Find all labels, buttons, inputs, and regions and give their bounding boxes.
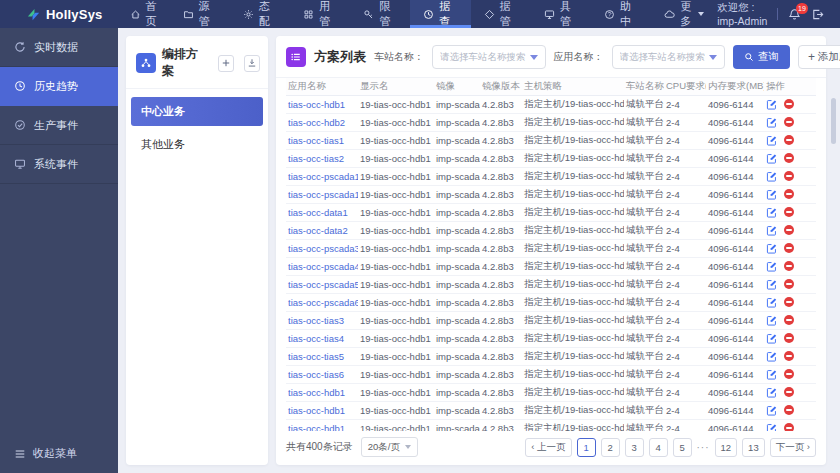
- app-name-link[interactable]: tias-occ-data2: [288, 225, 348, 236]
- edit-icon[interactable]: [766, 279, 777, 290]
- nav-item[interactable]: 应用管理: [290, 0, 350, 28]
- app-name-link[interactable]: tias-occ-tias5: [288, 351, 344, 362]
- disable-icon[interactable]: [784, 297, 794, 307]
- edit-icon[interactable]: [766, 99, 777, 110]
- disable-icon[interactable]: [784, 135, 794, 145]
- app-name-link[interactable]: tias-occ-pscada4: [288, 261, 358, 272]
- page-button[interactable]: 2: [601, 438, 620, 457]
- disable-icon[interactable]: [784, 369, 794, 379]
- sidebar-item[interactable]: 系统事件: [0, 145, 118, 184]
- disable-icon[interactable]: [784, 351, 794, 361]
- disable-icon[interactable]: [784, 405, 794, 415]
- station-select[interactable]: 请选择车站名称搜索: [432, 45, 546, 69]
- app-name-link[interactable]: tias-occ-data1: [288, 207, 348, 218]
- app-name-link[interactable]: tias-occ-hdb1: [288, 387, 345, 398]
- app-name-link[interactable]: tias-occ-tias1: [288, 135, 344, 146]
- edit-icon[interactable]: [766, 405, 777, 416]
- edit-icon[interactable]: [766, 369, 777, 380]
- app-name-link[interactable]: tias-occ-hdb1: [288, 423, 345, 432]
- app-name-link[interactable]: tias-occ-tias2: [288, 153, 344, 164]
- edit-icon[interactable]: [766, 297, 777, 308]
- nav-item[interactable]: 数据管理: [471, 0, 531, 28]
- sidebar-item[interactable]: 实时数据: [0, 28, 118, 67]
- disable-icon[interactable]: [784, 207, 794, 217]
- app-name-link[interactable]: tias-occ-pscada1: [288, 189, 358, 200]
- disable-icon[interactable]: [784, 261, 794, 271]
- edit-icon[interactable]: [766, 117, 777, 128]
- sidebar-item[interactable]: 历史趋势: [0, 67, 118, 106]
- nav-item[interactable]: 组态配置: [230, 0, 290, 28]
- clock-icon: [423, 9, 434, 20]
- table-row: tias-occ-pscada119-tias-occ-hdb1imp-scad…: [286, 167, 816, 185]
- disable-icon[interactable]: [784, 225, 794, 235]
- query-button[interactable]: 查询: [733, 45, 790, 69]
- collapse-menu-button[interactable]: 收起菜单: [0, 434, 118, 473]
- table-wrap: 应用名称显示名镜像镜像版本主机策略车站名称CPU要求(核)内存要求(MB)操作 …: [276, 78, 826, 431]
- edit-icon[interactable]: [766, 225, 777, 236]
- disable-icon[interactable]: [784, 99, 794, 109]
- nav-item[interactable]: 资源管理: [170, 0, 230, 28]
- cell: 4.2.8b3: [480, 221, 522, 239]
- app-name-link[interactable]: tias-occ-tias3: [288, 315, 344, 326]
- scrollbar-thumb[interactable]: [831, 98, 836, 144]
- edit-icon[interactable]: [766, 243, 777, 254]
- next-page-button[interactable]: 下一页 ›: [770, 438, 816, 457]
- import-plan-button[interactable]: [244, 55, 260, 72]
- cell: 4.2.8b3: [480, 383, 522, 401]
- plan-item[interactable]: 中心业务: [131, 97, 263, 126]
- disable-icon[interactable]: [784, 243, 794, 253]
- app-name-link[interactable]: tias-occ-tias4: [288, 333, 344, 344]
- disable-icon[interactable]: [784, 423, 794, 431]
- edit-icon[interactable]: [766, 261, 777, 272]
- app-name-link[interactable]: tias-occ-pscada6: [288, 297, 358, 308]
- nav-item[interactable]: 更多: [651, 0, 717, 28]
- edit-icon[interactable]: [766, 387, 777, 398]
- edit-icon[interactable]: [766, 315, 777, 326]
- cell: 城轨平台: [624, 221, 664, 239]
- cell: 城轨平台: [624, 131, 664, 149]
- nav-item[interactable]: 首页: [117, 0, 170, 28]
- page-button[interactable]: 13: [742, 438, 765, 457]
- nav-item[interactable]: 数据查看: [410, 0, 470, 28]
- disable-icon[interactable]: [784, 279, 794, 289]
- notification-bell-button[interactable]: 19: [788, 8, 801, 21]
- plan-item[interactable]: 其他业务: [131, 130, 263, 159]
- edit-icon[interactable]: [766, 351, 777, 362]
- app-name-link[interactable]: tias-occ-tias6: [288, 369, 344, 380]
- app-name-link[interactable]: tias-occ-hdb2: [288, 117, 345, 128]
- edit-icon[interactable]: [766, 153, 777, 164]
- sidebar-item[interactable]: 生产事件: [0, 106, 118, 145]
- app-select[interactable]: 请选择车站名称搜索: [612, 45, 726, 69]
- app-name-link[interactable]: tias-occ-pscada1: [288, 171, 358, 182]
- add-app-config-button[interactable]: + 添加应用配置: [798, 45, 840, 69]
- disable-icon[interactable]: [784, 333, 794, 343]
- add-plan-button[interactable]: [218, 55, 234, 72]
- prev-page-button[interactable]: ‹ 上一页: [525, 438, 571, 457]
- disable-icon[interactable]: [784, 171, 794, 181]
- disable-icon[interactable]: [784, 387, 794, 397]
- app-name-link[interactable]: tias-occ-pscada5: [288, 279, 358, 290]
- edit-icon[interactable]: [766, 189, 777, 200]
- page-button[interactable]: 3: [625, 438, 644, 457]
- page-button[interactable]: 1: [577, 438, 596, 457]
- nav-item[interactable]: 工具管理: [531, 0, 591, 28]
- page-button[interactable]: 4: [649, 438, 668, 457]
- edit-icon[interactable]: [766, 423, 777, 432]
- edit-icon[interactable]: [766, 135, 777, 146]
- app-name-link[interactable]: tias-occ-hdb1: [288, 99, 345, 110]
- disable-icon[interactable]: [784, 315, 794, 325]
- edit-icon[interactable]: [766, 171, 777, 182]
- page-button[interactable]: 12: [715, 438, 738, 457]
- edit-icon[interactable]: [766, 333, 777, 344]
- logout-icon[interactable]: [811, 8, 824, 21]
- page-button[interactable]: 5: [673, 438, 692, 457]
- nav-item[interactable]: 权限管理: [350, 0, 410, 28]
- disable-icon[interactable]: [784, 117, 794, 127]
- nav-item[interactable]: 帮助中心: [591, 0, 651, 28]
- app-name-link[interactable]: tias-occ-hdb1: [288, 405, 345, 416]
- edit-icon[interactable]: [766, 207, 777, 218]
- disable-icon[interactable]: [784, 153, 794, 163]
- page-size-select[interactable]: 20条/页: [361, 437, 418, 457]
- disable-icon[interactable]: [784, 189, 794, 199]
- app-name-link[interactable]: tias-occ-pscada3: [288, 243, 358, 254]
